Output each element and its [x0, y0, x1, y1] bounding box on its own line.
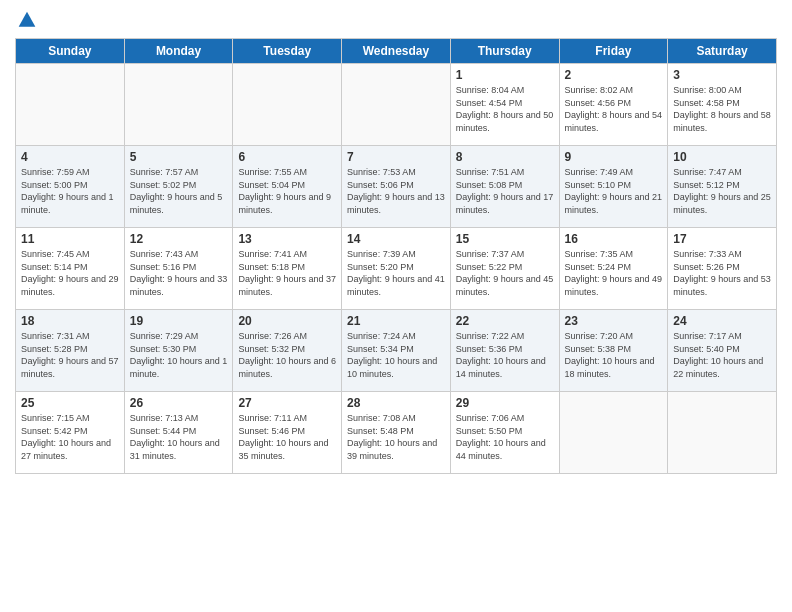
day-number: 7	[347, 150, 445, 164]
calendar-cell: 29Sunrise: 7:06 AMSunset: 5:50 PMDayligh…	[450, 392, 559, 474]
day-info: Sunrise: 7:17 AMSunset: 5:40 PMDaylight:…	[673, 330, 771, 380]
calendar-cell: 23Sunrise: 7:20 AMSunset: 5:38 PMDayligh…	[559, 310, 668, 392]
day-number: 27	[238, 396, 336, 410]
day-info: Sunrise: 7:06 AMSunset: 5:50 PMDaylight:…	[456, 412, 554, 462]
day-info: Sunrise: 7:59 AMSunset: 5:00 PMDaylight:…	[21, 166, 119, 216]
day-info: Sunrise: 7:35 AMSunset: 5:24 PMDaylight:…	[565, 248, 663, 298]
calendar-cell	[559, 392, 668, 474]
calendar-table: SundayMondayTuesdayWednesdayThursdayFrid…	[15, 38, 777, 474]
day-info: Sunrise: 7:31 AMSunset: 5:28 PMDaylight:…	[21, 330, 119, 380]
calendar-cell: 28Sunrise: 7:08 AMSunset: 5:48 PMDayligh…	[342, 392, 451, 474]
day-info: Sunrise: 7:53 AMSunset: 5:06 PMDaylight:…	[347, 166, 445, 216]
day-info: Sunrise: 7:20 AMSunset: 5:38 PMDaylight:…	[565, 330, 663, 380]
calendar-cell: 6Sunrise: 7:55 AMSunset: 5:04 PMDaylight…	[233, 146, 342, 228]
main-container: SundayMondayTuesdayWednesdayThursdayFrid…	[0, 0, 792, 479]
week-row-5: 25Sunrise: 7:15 AMSunset: 5:42 PMDayligh…	[16, 392, 777, 474]
day-info: Sunrise: 7:57 AMSunset: 5:02 PMDaylight:…	[130, 166, 228, 216]
day-info: Sunrise: 7:51 AMSunset: 5:08 PMDaylight:…	[456, 166, 554, 216]
calendar-cell: 9Sunrise: 7:49 AMSunset: 5:10 PMDaylight…	[559, 146, 668, 228]
day-number: 28	[347, 396, 445, 410]
weekday-header-tuesday: Tuesday	[233, 39, 342, 64]
calendar-cell	[342, 64, 451, 146]
week-row-3: 11Sunrise: 7:45 AMSunset: 5:14 PMDayligh…	[16, 228, 777, 310]
day-number: 25	[21, 396, 119, 410]
day-info: Sunrise: 7:24 AMSunset: 5:34 PMDaylight:…	[347, 330, 445, 380]
calendar-cell: 20Sunrise: 7:26 AMSunset: 5:32 PMDayligh…	[233, 310, 342, 392]
calendar-cell: 10Sunrise: 7:47 AMSunset: 5:12 PMDayligh…	[668, 146, 777, 228]
day-number: 21	[347, 314, 445, 328]
day-info: Sunrise: 7:37 AMSunset: 5:22 PMDaylight:…	[456, 248, 554, 298]
day-number: 29	[456, 396, 554, 410]
day-number: 12	[130, 232, 228, 246]
weekday-header-friday: Friday	[559, 39, 668, 64]
calendar-cell: 1Sunrise: 8:04 AMSunset: 4:54 PMDaylight…	[450, 64, 559, 146]
calendar-cell: 3Sunrise: 8:00 AMSunset: 4:58 PMDaylight…	[668, 64, 777, 146]
day-number: 23	[565, 314, 663, 328]
day-number: 22	[456, 314, 554, 328]
day-info: Sunrise: 7:29 AMSunset: 5:30 PMDaylight:…	[130, 330, 228, 380]
day-number: 13	[238, 232, 336, 246]
calendar-cell: 27Sunrise: 7:11 AMSunset: 5:46 PMDayligh…	[233, 392, 342, 474]
calendar-cell	[16, 64, 125, 146]
day-number: 5	[130, 150, 228, 164]
calendar-cell: 8Sunrise: 7:51 AMSunset: 5:08 PMDaylight…	[450, 146, 559, 228]
calendar-cell: 5Sunrise: 7:57 AMSunset: 5:02 PMDaylight…	[124, 146, 233, 228]
day-number: 20	[238, 314, 336, 328]
day-info: Sunrise: 7:22 AMSunset: 5:36 PMDaylight:…	[456, 330, 554, 380]
header	[15, 10, 777, 30]
calendar-cell: 24Sunrise: 7:17 AMSunset: 5:40 PMDayligh…	[668, 310, 777, 392]
day-info: Sunrise: 8:02 AMSunset: 4:56 PMDaylight:…	[565, 84, 663, 134]
day-info: Sunrise: 7:11 AMSunset: 5:46 PMDaylight:…	[238, 412, 336, 462]
day-info: Sunrise: 7:08 AMSunset: 5:48 PMDaylight:…	[347, 412, 445, 462]
day-number: 1	[456, 68, 554, 82]
day-number: 16	[565, 232, 663, 246]
week-row-2: 4Sunrise: 7:59 AMSunset: 5:00 PMDaylight…	[16, 146, 777, 228]
weekday-header-row: SundayMondayTuesdayWednesdayThursdayFrid…	[16, 39, 777, 64]
day-number: 26	[130, 396, 228, 410]
calendar-cell: 18Sunrise: 7:31 AMSunset: 5:28 PMDayligh…	[16, 310, 125, 392]
logo-icon	[17, 10, 37, 30]
calendar-cell: 21Sunrise: 7:24 AMSunset: 5:34 PMDayligh…	[342, 310, 451, 392]
weekday-header-sunday: Sunday	[16, 39, 125, 64]
calendar-cell: 25Sunrise: 7:15 AMSunset: 5:42 PMDayligh…	[16, 392, 125, 474]
calendar-cell: 17Sunrise: 7:33 AMSunset: 5:26 PMDayligh…	[668, 228, 777, 310]
day-number: 10	[673, 150, 771, 164]
calendar-cell: 14Sunrise: 7:39 AMSunset: 5:20 PMDayligh…	[342, 228, 451, 310]
calendar-cell: 7Sunrise: 7:53 AMSunset: 5:06 PMDaylight…	[342, 146, 451, 228]
calendar-cell: 4Sunrise: 7:59 AMSunset: 5:00 PMDaylight…	[16, 146, 125, 228]
day-number: 15	[456, 232, 554, 246]
week-row-1: 1Sunrise: 8:04 AMSunset: 4:54 PMDaylight…	[16, 64, 777, 146]
calendar-cell	[668, 392, 777, 474]
day-info: Sunrise: 7:43 AMSunset: 5:16 PMDaylight:…	[130, 248, 228, 298]
day-info: Sunrise: 7:39 AMSunset: 5:20 PMDaylight:…	[347, 248, 445, 298]
day-info: Sunrise: 7:45 AMSunset: 5:14 PMDaylight:…	[21, 248, 119, 298]
calendar-cell: 2Sunrise: 8:02 AMSunset: 4:56 PMDaylight…	[559, 64, 668, 146]
day-info: Sunrise: 8:00 AMSunset: 4:58 PMDaylight:…	[673, 84, 771, 134]
week-row-4: 18Sunrise: 7:31 AMSunset: 5:28 PMDayligh…	[16, 310, 777, 392]
day-number: 11	[21, 232, 119, 246]
calendar-cell: 12Sunrise: 7:43 AMSunset: 5:16 PMDayligh…	[124, 228, 233, 310]
day-info: Sunrise: 7:15 AMSunset: 5:42 PMDaylight:…	[21, 412, 119, 462]
day-number: 9	[565, 150, 663, 164]
weekday-header-saturday: Saturday	[668, 39, 777, 64]
weekday-header-thursday: Thursday	[450, 39, 559, 64]
svg-marker-0	[19, 12, 36, 27]
day-info: Sunrise: 7:13 AMSunset: 5:44 PMDaylight:…	[130, 412, 228, 462]
day-number: 4	[21, 150, 119, 164]
calendar-cell: 22Sunrise: 7:22 AMSunset: 5:36 PMDayligh…	[450, 310, 559, 392]
day-info: Sunrise: 7:55 AMSunset: 5:04 PMDaylight:…	[238, 166, 336, 216]
day-number: 14	[347, 232, 445, 246]
calendar-cell: 13Sunrise: 7:41 AMSunset: 5:18 PMDayligh…	[233, 228, 342, 310]
calendar-cell: 26Sunrise: 7:13 AMSunset: 5:44 PMDayligh…	[124, 392, 233, 474]
day-number: 19	[130, 314, 228, 328]
calendar-cell: 11Sunrise: 7:45 AMSunset: 5:14 PMDayligh…	[16, 228, 125, 310]
day-info: Sunrise: 7:26 AMSunset: 5:32 PMDaylight:…	[238, 330, 336, 380]
day-info: Sunrise: 7:41 AMSunset: 5:18 PMDaylight:…	[238, 248, 336, 298]
day-info: Sunrise: 7:47 AMSunset: 5:12 PMDaylight:…	[673, 166, 771, 216]
calendar-cell	[233, 64, 342, 146]
calendar-cell	[124, 64, 233, 146]
day-info: Sunrise: 8:04 AMSunset: 4:54 PMDaylight:…	[456, 84, 554, 134]
calendar-cell: 19Sunrise: 7:29 AMSunset: 5:30 PMDayligh…	[124, 310, 233, 392]
weekday-header-monday: Monday	[124, 39, 233, 64]
day-number: 8	[456, 150, 554, 164]
